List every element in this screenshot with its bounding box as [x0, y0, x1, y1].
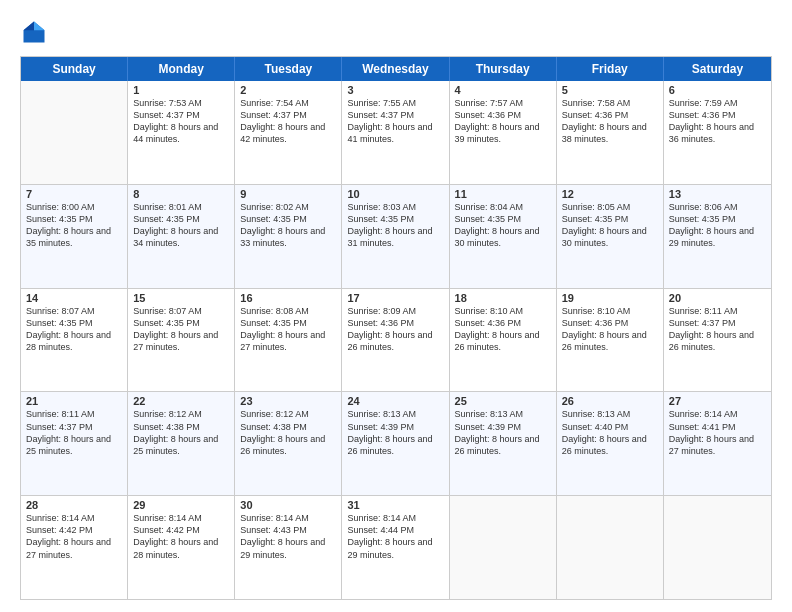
- day-header-thursday: Thursday: [450, 57, 557, 81]
- cell-info: Sunrise: 8:10 AMSunset: 4:36 PMDaylight:…: [562, 305, 658, 354]
- day-number: 20: [669, 292, 766, 304]
- calendar-cell-r2c4: 18Sunrise: 8:10 AMSunset: 4:36 PMDayligh…: [450, 289, 557, 392]
- day-number: 25: [455, 395, 551, 407]
- calendar-cell-r3c0: 21Sunrise: 8:11 AMSunset: 4:37 PMDayligh…: [21, 392, 128, 495]
- day-number: 11: [455, 188, 551, 200]
- calendar-cell-r4c6: [664, 496, 771, 599]
- day-number: 22: [133, 395, 229, 407]
- day-number: 9: [240, 188, 336, 200]
- cell-info: Sunrise: 8:12 AMSunset: 4:38 PMDaylight:…: [133, 408, 229, 457]
- day-number: 7: [26, 188, 122, 200]
- calendar-cell-r3c1: 22Sunrise: 8:12 AMSunset: 4:38 PMDayligh…: [128, 392, 235, 495]
- calendar-cell-r3c3: 24Sunrise: 8:13 AMSunset: 4:39 PMDayligh…: [342, 392, 449, 495]
- day-number: 10: [347, 188, 443, 200]
- cell-info: Sunrise: 7:53 AMSunset: 4:37 PMDaylight:…: [133, 97, 229, 146]
- day-number: 2: [240, 84, 336, 96]
- day-header-tuesday: Tuesday: [235, 57, 342, 81]
- day-header-monday: Monday: [128, 57, 235, 81]
- day-number: 3: [347, 84, 443, 96]
- calendar-cell-r1c6: 13Sunrise: 8:06 AMSunset: 4:35 PMDayligh…: [664, 185, 771, 288]
- calendar-cell-r0c6: 6Sunrise: 7:59 AMSunset: 4:36 PMDaylight…: [664, 81, 771, 184]
- calendar-row-3: 21Sunrise: 8:11 AMSunset: 4:37 PMDayligh…: [21, 392, 771, 496]
- cell-info: Sunrise: 8:03 AMSunset: 4:35 PMDaylight:…: [347, 201, 443, 250]
- cell-info: Sunrise: 7:59 AMSunset: 4:36 PMDaylight:…: [669, 97, 766, 146]
- cell-info: Sunrise: 8:07 AMSunset: 4:35 PMDaylight:…: [26, 305, 122, 354]
- day-number: 18: [455, 292, 551, 304]
- cell-info: Sunrise: 8:05 AMSunset: 4:35 PMDaylight:…: [562, 201, 658, 250]
- cell-info: Sunrise: 8:08 AMSunset: 4:35 PMDaylight:…: [240, 305, 336, 354]
- calendar-cell-r2c2: 16Sunrise: 8:08 AMSunset: 4:35 PMDayligh…: [235, 289, 342, 392]
- day-number: 5: [562, 84, 658, 96]
- cell-info: Sunrise: 8:02 AMSunset: 4:35 PMDaylight:…: [240, 201, 336, 250]
- day-number: 1: [133, 84, 229, 96]
- calendar-row-2: 14Sunrise: 8:07 AMSunset: 4:35 PMDayligh…: [21, 289, 771, 393]
- cell-info: Sunrise: 8:04 AMSunset: 4:35 PMDaylight:…: [455, 201, 551, 250]
- day-number: 17: [347, 292, 443, 304]
- day-number: 6: [669, 84, 766, 96]
- calendar-cell-r1c0: 7Sunrise: 8:00 AMSunset: 4:35 PMDaylight…: [21, 185, 128, 288]
- day-number: 16: [240, 292, 336, 304]
- calendar-body: 1Sunrise: 7:53 AMSunset: 4:37 PMDaylight…: [21, 81, 771, 599]
- cell-info: Sunrise: 7:57 AMSunset: 4:36 PMDaylight:…: [455, 97, 551, 146]
- cell-info: Sunrise: 8:13 AMSunset: 4:40 PMDaylight:…: [562, 408, 658, 457]
- calendar-row-4: 28Sunrise: 8:14 AMSunset: 4:42 PMDayligh…: [21, 496, 771, 599]
- cell-info: Sunrise: 8:09 AMSunset: 4:36 PMDaylight:…: [347, 305, 443, 354]
- cell-info: Sunrise: 8:00 AMSunset: 4:35 PMDaylight:…: [26, 201, 122, 250]
- day-number: 15: [133, 292, 229, 304]
- cell-info: Sunrise: 8:11 AMSunset: 4:37 PMDaylight:…: [26, 408, 122, 457]
- cell-info: Sunrise: 8:14 AMSunset: 4:43 PMDaylight:…: [240, 512, 336, 561]
- cell-info: Sunrise: 8:13 AMSunset: 4:39 PMDaylight:…: [455, 408, 551, 457]
- calendar-cell-r0c4: 4Sunrise: 7:57 AMSunset: 4:36 PMDaylight…: [450, 81, 557, 184]
- calendar-cell-r1c5: 12Sunrise: 8:05 AMSunset: 4:35 PMDayligh…: [557, 185, 664, 288]
- calendar-cell-r2c5: 19Sunrise: 8:10 AMSunset: 4:36 PMDayligh…: [557, 289, 664, 392]
- calendar-cell-r3c5: 26Sunrise: 8:13 AMSunset: 4:40 PMDayligh…: [557, 392, 664, 495]
- calendar-cell-r2c6: 20Sunrise: 8:11 AMSunset: 4:37 PMDayligh…: [664, 289, 771, 392]
- calendar-cell-r0c3: 3Sunrise: 7:55 AMSunset: 4:37 PMDaylight…: [342, 81, 449, 184]
- calendar-cell-r3c4: 25Sunrise: 8:13 AMSunset: 4:39 PMDayligh…: [450, 392, 557, 495]
- cell-info: Sunrise: 8:01 AMSunset: 4:35 PMDaylight:…: [133, 201, 229, 250]
- calendar-cell-r0c2: 2Sunrise: 7:54 AMSunset: 4:37 PMDaylight…: [235, 81, 342, 184]
- calendar-cell-r3c2: 23Sunrise: 8:12 AMSunset: 4:38 PMDayligh…: [235, 392, 342, 495]
- calendar-cell-r4c0: 28Sunrise: 8:14 AMSunset: 4:42 PMDayligh…: [21, 496, 128, 599]
- cell-info: Sunrise: 8:06 AMSunset: 4:35 PMDaylight:…: [669, 201, 766, 250]
- calendar-cell-r0c0: [21, 81, 128, 184]
- calendar-header: SundayMondayTuesdayWednesdayThursdayFrid…: [21, 57, 771, 81]
- calendar-cell-r2c3: 17Sunrise: 8:09 AMSunset: 4:36 PMDayligh…: [342, 289, 449, 392]
- calendar-cell-r1c3: 10Sunrise: 8:03 AMSunset: 4:35 PMDayligh…: [342, 185, 449, 288]
- cell-info: Sunrise: 8:11 AMSunset: 4:37 PMDaylight:…: [669, 305, 766, 354]
- calendar-cell-r4c3: 31Sunrise: 8:14 AMSunset: 4:44 PMDayligh…: [342, 496, 449, 599]
- calendar-cell-r3c6: 27Sunrise: 8:14 AMSunset: 4:41 PMDayligh…: [664, 392, 771, 495]
- day-number: 31: [347, 499, 443, 511]
- day-number: 29: [133, 499, 229, 511]
- day-number: 21: [26, 395, 122, 407]
- cell-info: Sunrise: 7:55 AMSunset: 4:37 PMDaylight:…: [347, 97, 443, 146]
- day-number: 14: [26, 292, 122, 304]
- cell-info: Sunrise: 8:14 AMSunset: 4:44 PMDaylight:…: [347, 512, 443, 561]
- header: [20, 18, 772, 46]
- day-header-wednesday: Wednesday: [342, 57, 449, 81]
- day-number: 24: [347, 395, 443, 407]
- day-number: 19: [562, 292, 658, 304]
- day-number: 27: [669, 395, 766, 407]
- day-number: 28: [26, 499, 122, 511]
- cell-info: Sunrise: 7:54 AMSunset: 4:37 PMDaylight:…: [240, 97, 336, 146]
- calendar-cell-r1c4: 11Sunrise: 8:04 AMSunset: 4:35 PMDayligh…: [450, 185, 557, 288]
- day-number: 12: [562, 188, 658, 200]
- calendar: SundayMondayTuesdayWednesdayThursdayFrid…: [20, 56, 772, 600]
- calendar-cell-r2c1: 15Sunrise: 8:07 AMSunset: 4:35 PMDayligh…: [128, 289, 235, 392]
- svg-marker-1: [34, 22, 45, 31]
- cell-info: Sunrise: 8:10 AMSunset: 4:36 PMDaylight:…: [455, 305, 551, 354]
- day-header-friday: Friday: [557, 57, 664, 81]
- calendar-cell-r4c2: 30Sunrise: 8:14 AMSunset: 4:43 PMDayligh…: [235, 496, 342, 599]
- cell-info: Sunrise: 8:14 AMSunset: 4:42 PMDaylight:…: [26, 512, 122, 561]
- cell-info: Sunrise: 8:14 AMSunset: 4:42 PMDaylight:…: [133, 512, 229, 561]
- calendar-cell-r2c0: 14Sunrise: 8:07 AMSunset: 4:35 PMDayligh…: [21, 289, 128, 392]
- day-header-saturday: Saturday: [664, 57, 771, 81]
- cell-info: Sunrise: 8:14 AMSunset: 4:41 PMDaylight:…: [669, 408, 766, 457]
- logo: [20, 18, 52, 46]
- cell-info: Sunrise: 7:58 AMSunset: 4:36 PMDaylight:…: [562, 97, 658, 146]
- cell-info: Sunrise: 8:07 AMSunset: 4:35 PMDaylight:…: [133, 305, 229, 354]
- day-number: 13: [669, 188, 766, 200]
- day-number: 30: [240, 499, 336, 511]
- calendar-cell-r1c1: 8Sunrise: 8:01 AMSunset: 4:35 PMDaylight…: [128, 185, 235, 288]
